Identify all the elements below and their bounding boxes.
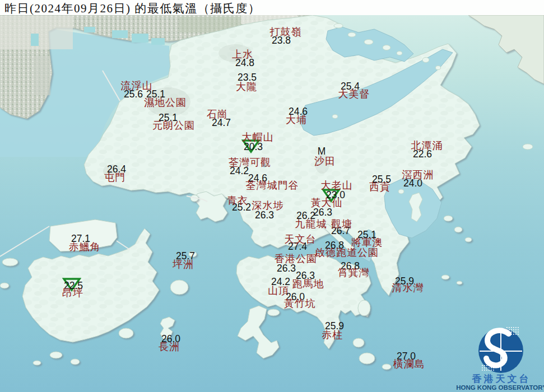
station-name: 黃大仙 <box>311 198 343 208</box>
station-name: 打鼓嶺 <box>270 27 302 37</box>
station-name: 大隴 <box>236 82 257 92</box>
station-name: 橫瀾島 <box>393 359 425 369</box>
station-name: 觀塘 <box>331 219 352 229</box>
station-name: 沙田 <box>314 156 336 166</box>
station-name: 跑馬地 <box>292 279 324 289</box>
station-name: 荃灣城門谷 <box>246 180 299 190</box>
station-temperature: 20.3 <box>244 142 263 152</box>
station-name: 上水 <box>232 49 253 59</box>
station-name: 將軍澳 <box>351 237 383 248</box>
weather-map-page: 香港天文台 HONG KONG OBSERVATORY 23.8打鼓嶺24.8上… <box>0 0 544 392</box>
station-name: 筲箕灣 <box>338 268 370 278</box>
station-name: 滘西洲 <box>402 170 434 180</box>
station-name: 長洲 <box>159 342 180 352</box>
station-temperature: 26.3 <box>313 208 332 218</box>
station-name: 石崗 <box>207 109 228 119</box>
station-name: 清水灣 <box>392 283 424 293</box>
station-temperature: 26.3 <box>277 264 296 274</box>
station-name: 大美督 <box>338 89 370 99</box>
station-name: 天文台 <box>285 234 317 244</box>
station-name: 香港公園 <box>275 254 317 264</box>
station-name: 啟德跑道公園 <box>315 248 379 258</box>
station-name: 西貢 <box>369 182 390 192</box>
station-name: 深水埗 <box>252 200 284 211</box>
station-name: 赤柱 <box>322 330 343 340</box>
page-title: 昨日(2024年09月26日) 的最低氣溫（攝氏度） <box>4 1 261 16</box>
station-labels-layer: 23.8打鼓嶺24.8上水23.5大隴25.6流浮山25.1濕地公園25.1元朗… <box>0 0 544 392</box>
station-name: 青衣 <box>227 195 248 206</box>
station-name: 屯門 <box>104 172 125 183</box>
station-name: 濕地公園 <box>144 97 187 108</box>
station-temperature: 26.3 <box>255 211 274 221</box>
station-name: 赤鱲角 <box>69 242 101 252</box>
station-name: 昂坪 <box>62 288 83 298</box>
station-name: 大老山 <box>321 180 353 190</box>
station-name: 元朗公園 <box>152 120 195 130</box>
station-name: 北潭涌 <box>411 141 443 151</box>
station-name: 黃竹坑 <box>284 298 316 309</box>
station-name: 大帽山 <box>242 132 274 142</box>
station-name: 大埔 <box>286 115 307 125</box>
station-name: 荃灣可觀 <box>229 157 271 167</box>
station-name: 九龍城 <box>295 219 327 229</box>
station-name: 坪洲 <box>173 259 194 269</box>
